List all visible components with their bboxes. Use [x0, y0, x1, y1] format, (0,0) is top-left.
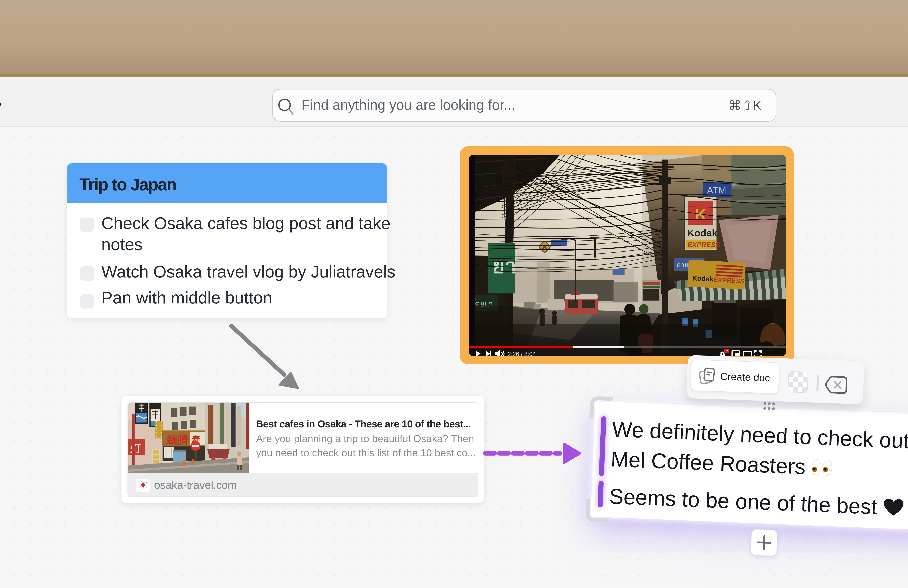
- svg-text:HD: HD: [724, 350, 729, 353]
- svg-text:ยา: ยา: [492, 254, 516, 277]
- svg-text:2:26 / 8:04: 2:26 / 8:04: [507, 350, 536, 356]
